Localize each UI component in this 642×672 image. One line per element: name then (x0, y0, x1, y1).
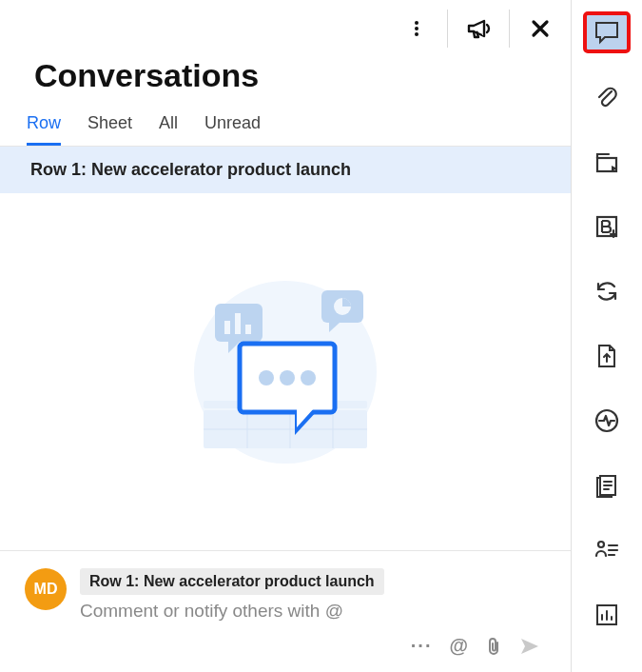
rail-refresh-button[interactable] (585, 272, 629, 310)
selected-row-banner[interactable]: Row 1: New accelerator product launch (0, 147, 571, 193)
rail-activity-button[interactable] (585, 402, 629, 440)
conversation-scope-tabs: Row Sheet All Unread (0, 113, 571, 147)
send-icon (519, 637, 540, 656)
activity-icon (593, 407, 620, 434)
divider (509, 10, 510, 48)
rail-chart-button[interactable] (585, 596, 629, 634)
conversations-panel: Conversations Row Sheet All Unread Row 1… (0, 0, 572, 672)
empty-state-illustration (0, 193, 571, 550)
composer-toolbar: ··· @ (25, 622, 554, 661)
rail-upload-button[interactable] (585, 337, 629, 375)
composer-attach-button[interactable] (485, 637, 502, 656)
kebab-icon (407, 19, 426, 38)
file-upload-icon (595, 343, 618, 369)
comment-input[interactable]: Comment or notify others with @ (80, 601, 554, 622)
composer-row-reference[interactable]: Row 1: New accelerator product launch (80, 568, 384, 595)
rail-summary-button[interactable] (585, 466, 629, 504)
composer-send-button[interactable] (519, 637, 540, 656)
comment-icon (593, 20, 620, 45)
svg-rect-11 (224, 321, 230, 334)
refresh-icon (593, 278, 620, 305)
rail-brandfolder-button[interactable] (585, 208, 629, 246)
divider (447, 10, 448, 48)
svg-point-19 (301, 370, 316, 385)
paperclip-icon (485, 637, 502, 656)
summary-icon (594, 472, 619, 499)
composer-mention-button[interactable]: @ (449, 635, 468, 657)
tab-sheet[interactable]: Sheet (88, 113, 132, 146)
svg-point-18 (280, 370, 295, 385)
right-rail (572, 0, 642, 672)
rail-proofs-button[interactable] (585, 143, 629, 181)
rail-attachments-button[interactable] (585, 78, 629, 116)
svg-point-23 (598, 542, 604, 547)
svg-point-17 (259, 370, 274, 385)
close-panel-button[interactable] (521, 10, 559, 48)
composer-more-button[interactable]: ··· (411, 635, 433, 657)
panel-toolbar (0, 0, 571, 48)
tab-all[interactable]: All (159, 113, 178, 146)
bar-chart-icon (594, 603, 619, 627)
svg-rect-13 (245, 325, 251, 334)
svg-point-1 (415, 27, 418, 30)
proofing-icon (593, 149, 620, 174)
megaphone-icon (465, 15, 492, 42)
people-icon (593, 540, 620, 561)
comment-composer: MD Row 1: New accelerator product launch… (0, 550, 571, 672)
brandfolder-icon (594, 214, 619, 239)
current-user-avatar: MD (25, 568, 67, 610)
svg-rect-12 (235, 313, 241, 334)
rail-resource-button[interactable] (585, 531, 629, 569)
chat-illustration-icon (152, 258, 418, 486)
panel-title: Conversations (0, 48, 571, 113)
tab-unread[interactable]: Unread (204, 113, 261, 146)
attachment-icon (593, 84, 620, 110)
rail-conversations-button[interactable] (585, 13, 629, 51)
more-actions-button[interactable] (398, 10, 436, 48)
svg-point-0 (415, 21, 418, 25)
announce-button[interactable] (459, 10, 497, 48)
close-icon (530, 18, 551, 39)
svg-point-2 (415, 32, 418, 36)
tab-row[interactable]: Row (27, 113, 61, 146)
